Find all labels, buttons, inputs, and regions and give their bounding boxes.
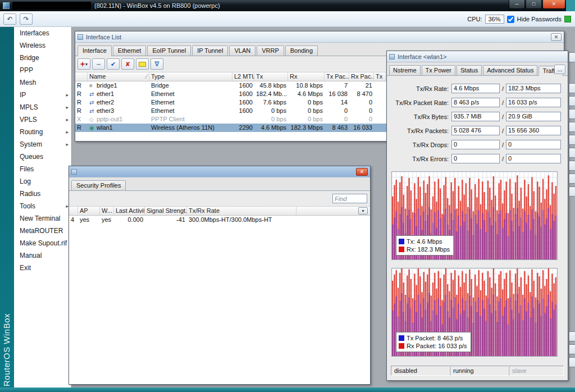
sidebar-item-radius[interactable]: Radius <box>14 188 71 200</box>
interface-list-titlebar[interactable]: Interface List ✕ <box>75 31 564 43</box>
cutoff-button-stub[interactable] <box>569 331 575 341</box>
cutoff-button-stub[interactable] <box>569 148 575 158</box>
column-tx-packets[interactable]: Tx Pac... <box>325 72 349 81</box>
sidebar-item-label: Log <box>20 177 31 185</box>
sidebar-item-exit[interactable]: Exit <box>14 262 71 274</box>
slash-separator: / <box>502 85 504 92</box>
registration-table-header: AP W... Last Activit... Signal Strengt..… <box>69 207 370 216</box>
cutoff-button-stub[interactable] <box>569 122 575 132</box>
find-input[interactable] <box>332 194 367 203</box>
sidebar-item-wireless[interactable]: Wireless <box>14 39 71 52</box>
column-type[interactable]: Type <box>149 72 232 81</box>
column-rx[interactable]: Rx <box>288 72 325 81</box>
cutoff-button-stub[interactable] <box>569 357 575 367</box>
tab-status[interactable]: Status <box>457 65 482 75</box>
tab-interface[interactable]: Interface <box>77 45 112 56</box>
sidebar-item-ppp[interactable]: PPP <box>14 64 71 76</box>
sidebar-item-ip[interactable]: IP▸ <box>14 89 71 101</box>
sidebar-item-tools[interactable]: Tools▸ <box>14 200 71 212</box>
enable-button[interactable]: ✔ <box>107 58 120 70</box>
redo-button[interactable]: ↷ <box>20 13 33 25</box>
registration-row[interactable]: 4 yes yes 0.000 -41 300.0Mbps-HT/300.0Mb… <box>69 216 370 224</box>
wlan1-titlebar[interactable]: Interface <wlan1> <box>387 51 568 62</box>
column-l2mtu[interactable]: L2 MTU <box>232 72 254 81</box>
sidebar-item-mesh[interactable]: Mesh <box>14 76 71 89</box>
tab-eoip-tunnel[interactable]: EoIP Tunnel <box>147 45 191 56</box>
remove-button[interactable]: − <box>92 58 105 70</box>
tab-vlan[interactable]: VLAN <box>229 45 255 56</box>
column-ap[interactable]: AP <box>78 207 100 215</box>
packet-chart-legend: Tx Packet: 8 463 p/s Rx Packet: 16 033 p… <box>396 332 471 352</box>
column-txrx-rate[interactable]: Tx/Rx Rate <box>187 207 296 215</box>
sidebar-item-routing[interactable]: Routing▸ <box>14 126 71 138</box>
close-button[interactable]: ✕ <box>542 0 565 9</box>
cutoff-button-stub[interactable] <box>569 344 575 354</box>
wireless-tables-titlebar[interactable]: ✕ <box>69 166 370 177</box>
cutoff-button-stub[interactable] <box>569 109 575 119</box>
type-cell: Bridge <box>149 81 232 90</box>
tab-vrrp[interactable]: VRRP <box>257 45 284 56</box>
interface-list-close-button[interactable]: ✕ <box>551 33 562 41</box>
cutoff-button-stub[interactable] <box>569 96 575 106</box>
sidebar-item-queues[interactable]: Queues <box>14 151 71 163</box>
undo-button[interactable]: ↶ <box>3 13 16 25</box>
column-last-activity[interactable]: Last Activit... <box>114 207 145 215</box>
column-wds[interactable]: W... <box>100 207 114 215</box>
sidebar-item-make-supout[interactable]: Make Supout.rif <box>14 237 71 249</box>
filter-button[interactable]: ∇ <box>150 58 163 70</box>
cutoff-button-stub[interactable] <box>569 174 575 184</box>
wireless-tables-close-button[interactable]: ✕ <box>356 168 368 176</box>
column-partial[interactable] <box>69 207 78 215</box>
sidebar-item-label: Wireless <box>20 42 45 49</box>
sidebar-item-label: MetaROUTER <box>20 227 63 235</box>
interface-name: pptp-out1 <box>97 116 122 122</box>
tab-overflow-button[interactable]: ... <box>554 65 565 74</box>
legend-row: Rx Packet: 16 033 p/s <box>399 342 467 350</box>
sidebar-item-files[interactable]: Files <box>14 163 71 175</box>
hide-passwords-checkbox[interactable] <box>507 16 514 23</box>
legend-row: Rx: 182.3 Mbps <box>399 245 450 253</box>
tab-tx-power[interactable]: Tx Power <box>422 65 455 75</box>
cutoff-button-stub[interactable] <box>569 135 575 145</box>
column-tx-drops[interactable]: Tx <box>374 72 386 81</box>
rx-packets-cell: 8 470 <box>349 90 374 98</box>
sidebar-item-interfaces[interactable]: Interfaces <box>14 27 71 39</box>
maximize-button[interactable]: □ <box>526 0 542 9</box>
sidebar-item-log[interactable]: Log <box>14 175 71 188</box>
cutoff-button-stub[interactable] <box>569 161 575 171</box>
tab-ethernet[interactable]: Ethernet <box>113 45 147 56</box>
cutoff-button-stub[interactable] <box>569 83 575 93</box>
column-name[interactable]: Name∕ <box>88 72 149 81</box>
name-cell: ⇄ether3 <box>88 107 149 115</box>
add-button[interactable]: +▾ <box>77 58 90 70</box>
column-flags[interactable] <box>75 72 88 81</box>
sidebar-item-metarouter[interactable]: MetaROUTER <box>14 225 71 237</box>
sidebar-item-label: Radius <box>20 190 40 198</box>
disable-button[interactable]: ✘ <box>121 58 134 70</box>
comment-button[interactable] <box>136 58 149 70</box>
l2mtu-cell: 1600 <box>232 81 254 90</box>
column-tx[interactable]: Tx <box>254 72 288 81</box>
sidebar-item-mpls[interactable]: MPLS▸ <box>14 101 71 113</box>
sidebar-item-bridge[interactable]: Bridge <box>14 52 71 64</box>
tab-advanced-status[interactable]: Advanced Status <box>483 65 537 75</box>
tab-bonding[interactable]: Bonding <box>285 45 318 56</box>
rx-packets-cell: 0 <box>349 115 374 124</box>
field-label: Tx/Rx Errors: <box>390 156 449 162</box>
sidebar-item-new-terminal[interactable]: New Terminal <box>14 212 71 225</box>
sidebar-item-system[interactable]: System▸ <box>14 138 71 151</box>
column-rx-packets[interactable]: Rx Pac... <box>349 72 374 81</box>
tab-security-profiles[interactable]: Security Profiles <box>71 180 126 190</box>
tab-ip-tunnel[interactable]: IP Tunnel <box>192 45 228 56</box>
registration-table: AP W... Last Activit... Signal Strengt..… <box>69 207 370 384</box>
tab-nstreme[interactable]: Nstreme <box>389 65 421 75</box>
column-dropdown-button[interactable]: ▼ <box>358 207 368 215</box>
column-signal-strength[interactable]: Signal Strengt... <box>145 207 187 215</box>
flag-cell: R <box>75 90 88 98</box>
minimize-button[interactable]: ─ <box>509 0 525 9</box>
sidebar-item-label: Files <box>20 165 34 173</box>
cutoff-button-stub[interactable] <box>569 186 575 197</box>
sidebar-item-manual[interactable]: Manual <box>14 249 71 262</box>
cutoff-button-stub[interactable] <box>569 52 575 62</box>
sidebar-item-vpls[interactable]: VPLS▸ <box>14 113 71 126</box>
